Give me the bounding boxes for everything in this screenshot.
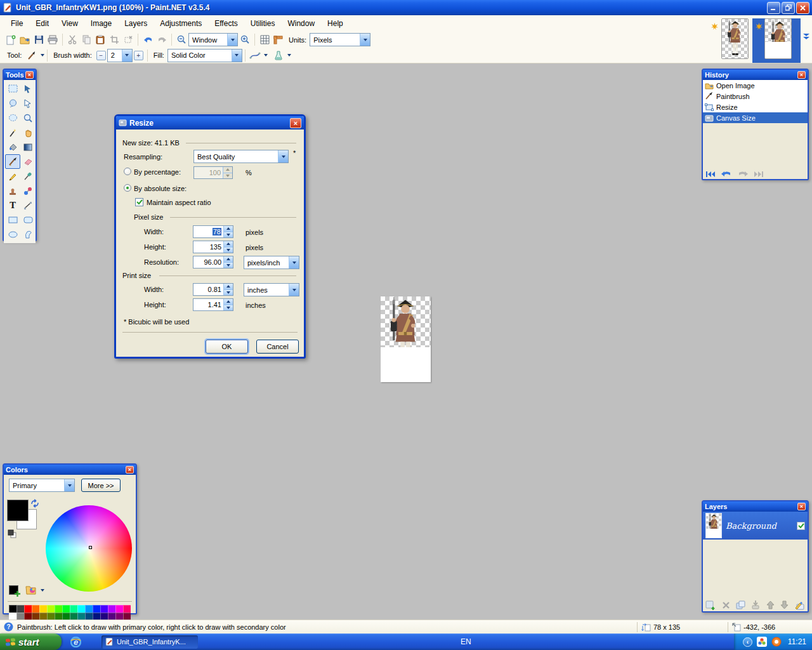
ok-button[interactable]: OK [206, 340, 248, 354]
image-canvas[interactable] [381, 296, 431, 382]
brush-width-increase-button[interactable]: + [134, 51, 143, 60]
menu-utilities[interactable]: Utilities [245, 17, 281, 30]
chevron-down-icon[interactable] [232, 50, 242, 62]
by-absolute-size-radio[interactable] [124, 184, 131, 192]
spin-up[interactable] [224, 256, 233, 262]
taskbar-task-button[interactable]: Unit_GBR_InfantryK... [102, 635, 198, 649]
orange-ring-tray-icon[interactable] [771, 637, 782, 647]
tool-paintbrush[interactable] [5, 154, 20, 169]
colors-panel-titlebar[interactable]: Colors × [4, 465, 136, 475]
history-item-resize[interactable]: Resize [703, 102, 808, 112]
restore-button[interactable] [782, 2, 795, 14]
undo-button[interactable] [141, 33, 155, 47]
tool-recolor[interactable] [20, 183, 36, 198]
resolution-field[interactable]: 96.00 [193, 256, 233, 269]
close-icon[interactable]: × [126, 466, 134, 474]
copy-button[interactable] [79, 33, 93, 47]
menu-file[interactable]: File [5, 17, 29, 30]
save-button[interactable] [32, 33, 46, 47]
internet-explorer-quicklaunch-icon[interactable]: e [70, 637, 81, 647]
chevron-down-icon[interactable] [41, 589, 44, 592]
print-width-field[interactable]: 0.81 [193, 283, 233, 296]
menu-image[interactable]: Image [85, 17, 117, 30]
spin-down[interactable] [224, 289, 233, 296]
print-button[interactable] [46, 33, 60, 47]
spin-up[interactable] [224, 226, 233, 232]
chevron-down-icon[interactable] [289, 284, 299, 296]
menu-effects[interactable]: Effects [209, 17, 243, 30]
resampling-combo[interactable]: Best Quality [193, 150, 289, 163]
history-item-paintbrush[interactable]: Paintbrush [703, 91, 808, 102]
close-icon[interactable]: × [797, 503, 806, 510]
move-layer-down-button[interactable] [780, 600, 789, 609]
palette-swatch[interactable] [55, 605, 62, 613]
chevron-down-icon[interactable] [264, 54, 268, 56]
zoom-out-button[interactable] [174, 33, 188, 47]
paintdotnet-tray-icon[interactable] [757, 637, 767, 647]
chevron-down-icon[interactable] [227, 34, 237, 46]
tools-panel-titlebar[interactable]: Tools × [4, 70, 36, 80]
palette-swatch[interactable] [39, 605, 47, 613]
current-tool-button[interactable] [25, 48, 39, 62]
close-button[interactable] [796, 2, 809, 14]
zoom-mode-combo[interactable]: Window [188, 33, 238, 46]
redo-button[interactable] [155, 33, 169, 47]
tool-gradient[interactable] [20, 140, 36, 154]
grid-toggle-button[interactable] [258, 33, 272, 47]
maintain-aspect-checkbox[interactable] [135, 198, 143, 206]
menu-view[interactable]: View [56, 17, 84, 30]
tool-rounded-rectangle[interactable] [20, 213, 36, 227]
palette-swatch[interactable] [77, 605, 85, 613]
layer-properties-button[interactable] [794, 600, 805, 610]
spin-down[interactable] [224, 262, 233, 269]
close-icon[interactable]: × [25, 71, 34, 79]
tool-pan[interactable] [20, 125, 36, 140]
palette-swatch[interactable] [115, 605, 123, 613]
tool-eraser[interactable] [20, 154, 36, 169]
chevron-down-icon[interactable] [64, 479, 74, 491]
tool-zoom[interactable] [20, 110, 36, 125]
history-item-open-image[interactable]: Open Image [703, 80, 808, 91]
chevron-down-icon[interactable] [41, 54, 44, 56]
palette-swatch[interactable] [9, 605, 16, 613]
ruler-toggle-button[interactable] [272, 33, 285, 47]
palette-swatch[interactable] [93, 605, 100, 613]
brush-width-combo[interactable]: 2 [107, 49, 133, 62]
close-icon[interactable]: × [290, 118, 301, 128]
menu-layers[interactable]: Layers [119, 17, 153, 30]
palette-swatch[interactable] [123, 605, 131, 613]
palette-menu-icon[interactable] [25, 584, 37, 595]
spin-down[interactable] [224, 247, 233, 253]
history-item-canvas-size[interactable]: Canvas Size [703, 112, 808, 123]
add-color-button[interactable] [9, 585, 18, 595]
menu-edit[interactable]: Edit [30, 17, 55, 30]
palette-swatch[interactable] [85, 605, 93, 613]
palette-swatch[interactable] [32, 605, 39, 613]
new-file-button[interactable] [4, 33, 18, 47]
tool-text[interactable]: T [5, 198, 20, 213]
deselect-button[interactable] [121, 33, 135, 47]
spin-up[interactable] [224, 284, 233, 289]
tool-pencil[interactable] [5, 169, 20, 183]
image-thumbnail-1[interactable] [721, 18, 749, 59]
crop-to-selection-button[interactable] [107, 33, 121, 47]
palette-swatch[interactable] [16, 605, 24, 613]
spin-down[interactable] [224, 305, 233, 311]
palette-swatch[interactable] [47, 605, 55, 613]
history-redo-button[interactable] [737, 170, 749, 178]
resize-dialog-titlebar[interactable]: Resize × [116, 116, 304, 129]
curve-style-button[interactable] [248, 48, 262, 62]
resolution-unit-combo[interactable]: pixels/inch [244, 256, 299, 269]
print-width-unit-combo[interactable]: inches [244, 283, 299, 296]
cut-button[interactable] [65, 33, 79, 47]
image-list-chevron-icon[interactable] [802, 33, 811, 41]
delete-layer-button[interactable] [722, 601, 730, 609]
by-percentage-radio[interactable] [124, 168, 131, 175]
tool-move-selected-pixels[interactable] [20, 81, 36, 96]
image-thumbnail-2-selected[interactable] [764, 18, 792, 59]
reset-colors-icon[interactable] [8, 529, 16, 538]
width-field[interactable]: 78 [193, 225, 233, 238]
history-rewind-button[interactable] [705, 171, 716, 178]
color-wheel[interactable] [46, 505, 132, 592]
history-undo-button[interactable] [721, 170, 732, 178]
